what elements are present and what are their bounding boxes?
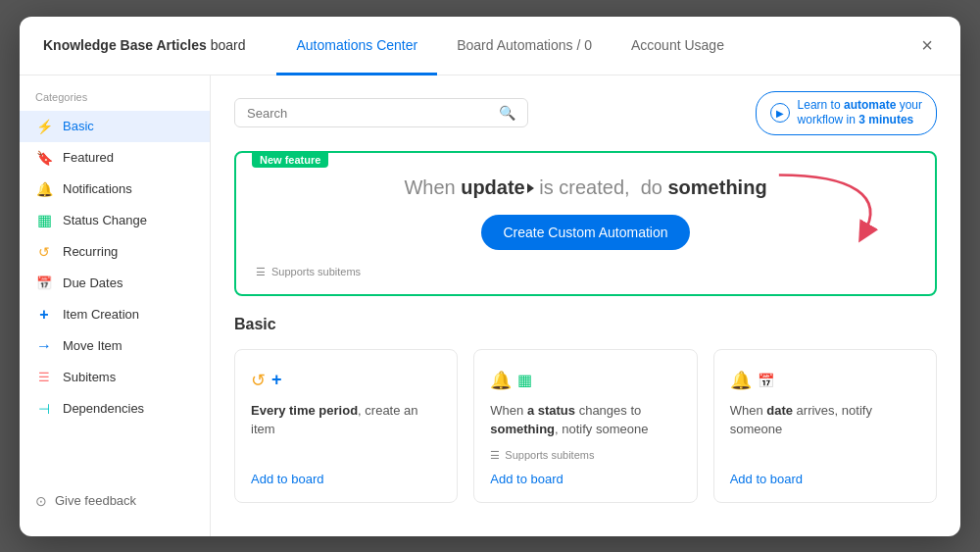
- card-date-icons: 🔔 📅: [730, 370, 920, 391]
- main-content: 🔍 ▶ Learn to automate yourworkflow in 3 …: [211, 75, 960, 536]
- sentence-cursor: [527, 183, 534, 193]
- modal-body: Categories ⚡ Basic 🔖 Featured 🔔 Notifica…: [20, 75, 960, 536]
- recurring-icon: ↺: [35, 243, 53, 261]
- sidebar-label-move-item: Move Item: [63, 338, 122, 353]
- card-status-subitems-icon: ☰: [490, 449, 500, 462]
- sidebar-item-status-change[interactable]: ▦ Status Change: [20, 205, 210, 236]
- due-dates-icon: 📅: [35, 275, 53, 292]
- modal-header: Knowledge Base Articles board Automation…: [20, 17, 960, 75]
- card-status-supports: ☰ Supports subitems: [490, 449, 680, 462]
- card-date-notify[interactable]: 🔔 📅 When date arrives, notify someone Ad…: [713, 349, 937, 503]
- sidebar-label-basic: Basic: [63, 119, 94, 133]
- card-time-icons: ↺ +: [251, 370, 441, 391]
- feedback-link[interactable]: ⊙ Give feedback: [20, 481, 210, 521]
- sentence-mid: is created, do: [534, 176, 668, 198]
- sidebar-item-dependencies[interactable]: ⊣ Dependencies: [20, 393, 210, 425]
- sidebar-label-status-change: Status Change: [63, 213, 147, 227]
- sidebar-item-basic[interactable]: ⚡ Basic: [20, 111, 210, 142]
- status-notify-bell-icon: 🔔: [490, 370, 512, 391]
- card-time-text: Every time period, create an item: [251, 401, 441, 439]
- tab-automations-center[interactable]: Automations Center: [276, 17, 437, 75]
- tab-board-automations[interactable]: Board Automations / 0: [437, 17, 612, 75]
- modal-container: Knowledge Base Articles board Automation…: [20, 17, 960, 536]
- card-status-subitems-text: Supports subitems: [505, 449, 594, 461]
- tab-bar: Automations Center Board Automations / 0…: [276, 17, 917, 75]
- time-period-recurring-icon: ↺: [251, 370, 266, 391]
- subitems-icon: ☰: [35, 369, 53, 386]
- card-status-text: When a status changes to something, noti…: [490, 401, 680, 439]
- card-time-period[interactable]: ↺ + Every time period, create an item Ad…: [234, 349, 458, 503]
- date-notify-calendar-icon: 📅: [758, 373, 774, 388]
- featured-icon: 🔖: [35, 149, 53, 167]
- sidebar-item-due-dates[interactable]: 📅 Due Dates: [20, 268, 210, 299]
- card-status-notify[interactable]: 🔔 ▦ When a status changes to something, …: [473, 349, 697, 503]
- notifications-icon: 🔔: [35, 180, 53, 198]
- create-custom-automation-button[interactable]: Create Custom Automation: [481, 215, 689, 250]
- sidebar-label-notifications: Notifications: [63, 181, 132, 196]
- subitems-list-icon: ☰: [256, 266, 266, 278]
- feedback-label: Give feedback: [55, 493, 136, 508]
- supports-subitems-label: ☰ Supports subitems: [256, 266, 361, 278]
- card-date-text: When date arrives, notify someone: [730, 401, 920, 439]
- basic-icon: ⚡: [35, 118, 53, 135]
- learn-automate-button[interactable]: ▶ Learn to automate yourworkflow in 3 mi…: [756, 91, 937, 135]
- board-title-suffix: board: [207, 37, 246, 53]
- move-item-icon: →: [35, 337, 53, 355]
- play-icon: ▶: [770, 103, 790, 123]
- sentence-something: something: [668, 176, 767, 198]
- sidebar-item-move-item[interactable]: → Move Item: [20, 330, 210, 362]
- custom-automation-box: New feature When update is created, do s…: [234, 151, 937, 296]
- search-icon: 🔍: [499, 105, 515, 121]
- item-creation-icon: +: [35, 306, 53, 324]
- supports-subitems-text: Supports subitems: [271, 266, 361, 277]
- sidebar-item-recurring[interactable]: ↺ Recurring: [20, 236, 210, 268]
- sidebar-label-recurring: Recurring: [63, 244, 118, 259]
- search-row: 🔍 ▶ Learn to automate yourworkflow in 3 …: [234, 91, 937, 135]
- sidebar-label-subitems: Subitems: [63, 370, 116, 384]
- sidebar-label-featured: Featured: [63, 150, 114, 165]
- sentence-when: When: [404, 176, 461, 198]
- sidebar-label-due-dates: Due Dates: [63, 276, 122, 290]
- time-period-add-icon: +: [271, 370, 282, 390]
- categories-label: Categories: [20, 91, 210, 103]
- sidebar-item-featured[interactable]: 🔖 Featured: [20, 142, 210, 174]
- add-to-board-status-notify[interactable]: Add to board: [490, 472, 680, 486]
- cards-row: ↺ + Every time period, create an item Ad…: [234, 349, 937, 503]
- card-status-icons: 🔔 ▦: [490, 370, 680, 391]
- feedback-icon: ⊙: [35, 493, 47, 509]
- search-input[interactable]: [247, 106, 491, 121]
- sidebar-label-item-creation: Item Creation: [63, 307, 139, 322]
- sidebar: Categories ⚡ Basic 🔖 Featured 🔔 Notifica…: [20, 75, 211, 536]
- learn-btn-text: Learn to automate yourworkflow in 3 minu…: [798, 98, 922, 128]
- sentence-update: update: [461, 176, 525, 198]
- sidebar-item-notifications[interactable]: 🔔 Notifications: [20, 174, 210, 205]
- automation-sentence: When update is created, do something: [404, 176, 766, 199]
- search-box[interactable]: 🔍: [234, 98, 528, 127]
- add-to-board-time-period[interactable]: Add to board: [251, 472, 441, 486]
- basic-section-title: Basic: [234, 316, 937, 333]
- board-title-bold: Knowledge Base Articles: [43, 37, 207, 53]
- sidebar-item-item-creation[interactable]: + Item Creation: [20, 299, 210, 330]
- add-to-board-date-notify[interactable]: Add to board: [730, 472, 920, 486]
- status-change-icon: ▦: [35, 212, 53, 229]
- status-notify-status-icon: ▦: [517, 371, 532, 389]
- close-button[interactable]: ×: [917, 31, 937, 59]
- custom-automation-content: When update is created, do something Cre…: [256, 176, 915, 278]
- new-feature-badge: New feature: [252, 152, 328, 168]
- modal-title: Knowledge Base Articles board: [43, 37, 245, 53]
- dependencies-icon: ⊣: [35, 400, 53, 418]
- sidebar-item-subitems[interactable]: ☰ Subitems: [20, 362, 210, 393]
- sidebar-label-dependencies: Dependencies: [63, 401, 144, 416]
- tab-account-usage[interactable]: Account Usage: [612, 17, 744, 75]
- date-notify-bell-icon: 🔔: [730, 370, 752, 391]
